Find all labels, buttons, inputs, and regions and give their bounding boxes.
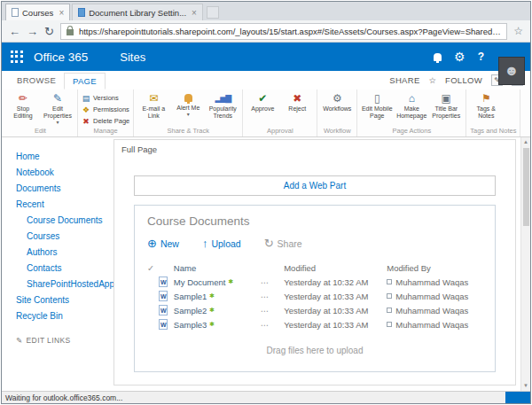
name-column-header[interactable]: Name (174, 263, 284, 273)
sidebar-item-home[interactable]: Home (2, 148, 113, 164)
table-row[interactable]: W Sample2 ✱ ⋯ Yesterday at 10:33 AM Muha… (147, 303, 482, 317)
upload-button[interactable]: ↑ Upload (202, 237, 241, 250)
modified-by-column-header[interactable]: Modified By (387, 263, 482, 273)
vertical-scrollbar[interactable]: ▲ ▼ (520, 137, 530, 391)
button-label: Workflows (323, 105, 351, 113)
tab-title: Document Library Settin... (89, 8, 186, 18)
ribbon: ✏ Stop Editing ✎ Edit Properties ▾ Edit … (2, 90, 530, 137)
reject-button[interactable]: ✖ Reject (281, 91, 313, 113)
ribbon-group-share-track: ✉ E-mail a Link Alert Me ▾ ▂▅▇ Popularit… (134, 90, 243, 136)
title-bar-properties-button[interactable]: ▣ Title Bar Properties (430, 91, 462, 120)
select-all-check-icon[interactable]: ✓ (147, 263, 159, 273)
versions-button[interactable]: ▤ Versions (82, 93, 129, 103)
document-link[interactable]: Sample3 (174, 320, 207, 330)
url-text[interactable]: https://sharepointtutorials.sharepoint.c… (79, 27, 501, 36)
edit-mobile-page-button[interactable]: ▯ Edit Mobile Page (361, 91, 393, 120)
ribbon-group-edit: ✏ Stop Editing ✎ Edit Properties ▾ Edit (4, 90, 78, 136)
popularity-trends-button[interactable]: ▂▅▇ Popularity Trends (207, 91, 239, 120)
ellipsis-menu-icon[interactable]: ⋯ (261, 277, 270, 287)
sidebar-item-documents[interactable]: Documents (2, 180, 113, 196)
notifications-bell-icon[interactable] (434, 53, 442, 61)
scroll-up-icon[interactable]: ▲ (521, 137, 530, 147)
stop-editing-icon: ✏ (19, 92, 27, 105)
ellipsis-menu-icon[interactable]: ⋯ (261, 320, 270, 330)
favorite-star-icon[interactable]: ☆ (513, 25, 523, 37)
approve-button[interactable]: ✔ Approve (246, 91, 278, 113)
email-link-button[interactable]: ✉ E-mail a Link (137, 91, 169, 120)
presence-indicator (387, 322, 392, 327)
ribbon-tab-page[interactable]: PAGE (64, 73, 106, 90)
help-icon[interactable]: ? (478, 51, 484, 63)
button-label: Edit Properties (42, 105, 74, 120)
settings-gear-icon[interactable]: ⚙ (454, 50, 466, 64)
alert-me-button[interactable]: Alert Me ▾ (172, 91, 204, 118)
permissions-button[interactable]: ❖ Permissions (82, 105, 129, 114)
back-icon[interactable]: ← (9, 26, 20, 37)
table-row[interactable]: W Sample1 ✱ ⋯ Yesterday at 10:33 AM Muha… (147, 289, 482, 303)
add-web-part-button[interactable]: Add a Web Part (134, 175, 496, 196)
sidebar-item-recycle-bin[interactable]: Recycle Bin (2, 308, 113, 323)
new-tab-button[interactable] (207, 6, 219, 19)
sidebar-item-courses[interactable]: Courses (2, 228, 113, 244)
button-label: Edit Mobile Page (361, 105, 393, 120)
sidebar-item-recent[interactable]: Recent (2, 196, 113, 212)
ribbon-tab-browse[interactable]: BROWSE (9, 73, 64, 88)
status-bar-indicator (505, 392, 530, 403)
sidebar-item-site-contents[interactable]: Site Contents (2, 292, 113, 308)
share-button[interactable]: SHARE (389, 75, 419, 85)
ribbon-group-label: Page Actions (361, 126, 462, 136)
share-button[interactable]: ↻ Share (264, 237, 302, 250)
edit-links-button[interactable]: ✎ EDIT LINKS (2, 336, 113, 345)
table-row[interactable]: W My Document ✱ ⋯ Yesterday at 10:32 AM … (147, 275, 482, 289)
tags-notes-button[interactable]: ⚑ Tags & Notes (470, 91, 502, 120)
ellipsis-menu-icon[interactable]: ⋯ (261, 306, 270, 315)
button-label: Reject (288, 105, 306, 113)
sidebar-item-authors[interactable]: Authors (2, 244, 113, 260)
close-tab-icon[interactable]: × (192, 8, 197, 18)
ribbon-group-label: Approval (246, 126, 313, 136)
browser-tab-doc-library-settings[interactable]: Document Library Settin... × (72, 4, 203, 20)
list-header-row: ✓ Name Modified Modified By (147, 261, 482, 275)
forward-icon[interactable]: → (27, 26, 38, 37)
scrollbar-thumb[interactable] (523, 148, 529, 226)
modified-column-header[interactable]: Modified (284, 263, 387, 273)
workflows-button[interactable]: ⚙ Workflows (321, 91, 353, 113)
sidebar-item-sharepointhostedapp[interactable]: SharePointHostedApp (2, 276, 113, 292)
close-tab-icon[interactable]: × (59, 8, 64, 18)
document-link[interactable]: Sample1 (174, 292, 207, 301)
mobile-page-icon: ▯ (374, 92, 380, 105)
modified-by-link[interactable]: Muhammad Waqas (395, 306, 468, 315)
follow-button[interactable]: FOLLOW (445, 75, 482, 85)
delete-page-button[interactable]: ✖ Delete Page (82, 116, 129, 126)
document-link[interactable]: Sample2 (174, 306, 207, 315)
drag-files-dropzone[interactable]: Drag files here to upload (147, 331, 482, 371)
address-bar[interactable]: https://sharepointtutorials.sharepoint.c… (60, 23, 507, 40)
quick-launch-sidebar: Home Notebook Documents Recent Course Do… (2, 137, 113, 391)
user-avatar[interactable]: ☻ (498, 57, 525, 85)
ellipsis-menu-icon[interactable]: ⋯ (261, 292, 270, 301)
ribbon-group-label: Tags and Notes (470, 126, 516, 136)
edit-properties-button[interactable]: ✎ Edit Properties ▾ (42, 91, 74, 126)
scroll-down-icon[interactable]: ▼ (521, 381, 530, 391)
sidebar-item-notebook[interactable]: Notebook (2, 164, 113, 180)
stop-editing-button[interactable]: ✏ Stop Editing (7, 91, 39, 120)
suite-bar: Office 365 Sites ⚙ ? ☻ (2, 43, 530, 71)
course-documents-web-part: Course Documents ⊕ New ↑ Upload ↻ Share (134, 205, 496, 372)
modified-by-link[interactable]: Muhammad Waqas (395, 320, 468, 330)
new-badge-icon: ✱ (209, 292, 215, 300)
modified-by-link[interactable]: Muhammad Waqas (395, 277, 468, 287)
sidebar-item-course-documents[interactable]: Course Documents (2, 212, 113, 228)
sites-title[interactable]: Sites (120, 51, 145, 64)
document-link[interactable]: My Document (174, 277, 226, 287)
office365-brand[interactable]: Office 365 (34, 51, 88, 64)
make-homepage-button[interactable]: ⌂ Make Homepage (395, 91, 427, 120)
refresh-icon[interactable]: ↻ (44, 26, 54, 37)
sidebar-item-contacts[interactable]: Contacts (2, 260, 113, 276)
new-button[interactable]: ⊕ New (147, 237, 179, 250)
button-label: Stop Editing (7, 105, 39, 120)
app-launcher-icon[interactable] (2, 43, 32, 71)
modified-by-link[interactable]: Muhammad Waqas (395, 292, 468, 301)
browser-tab-courses[interactable]: Courses × (5, 4, 70, 20)
table-row[interactable]: W Sample3 ✱ ⋯ Yesterday at 10:33 AM Muha… (147, 317, 482, 331)
sync-icon: ↻ (264, 237, 274, 250)
